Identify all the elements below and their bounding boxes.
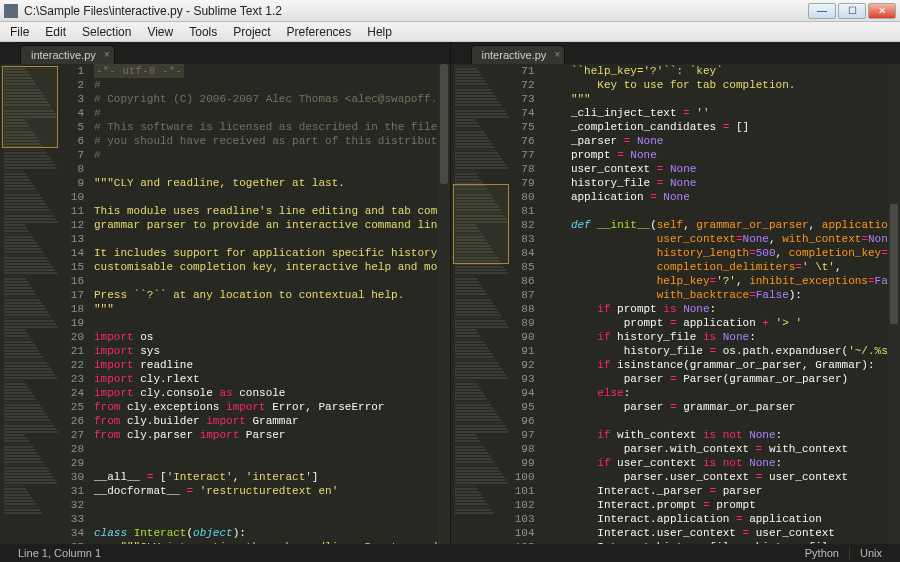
- code-block-right[interactable]: 71 72 73 74 75 76 77 78 79 80 81 82 83 8…: [511, 64, 889, 544]
- app-icon: [4, 4, 18, 18]
- minimize-button[interactable]: —: [808, 3, 836, 19]
- scroll-thumb-right[interactable]: [890, 204, 898, 324]
- menu-view[interactable]: View: [139, 23, 181, 41]
- tab-interactive-left[interactable]: interactive.py ×: [20, 45, 115, 64]
- close-button[interactable]: ✕: [868, 3, 896, 19]
- scroll-thumb-left[interactable]: [440, 64, 448, 184]
- status-line-endings[interactable]: Unix: [849, 547, 892, 559]
- statusbar: Line 1, Column 1 Python Unix: [0, 544, 900, 562]
- tab-interactive-right[interactable]: interactive.py ×: [471, 45, 566, 64]
- tab-label: interactive.py: [31, 49, 96, 61]
- editor-area: interactive.py × 1 2 3 4 5 6 7 8 9 10 11…: [0, 42, 900, 544]
- menu-help[interactable]: Help: [359, 23, 400, 41]
- menubar: File Edit Selection View Tools Project P…: [0, 22, 900, 42]
- menu-file[interactable]: File: [2, 23, 37, 41]
- code-block-left[interactable]: 1 2 3 4 5 6 7 8 9 10 11 12 13 14 15 16 1…: [60, 64, 438, 544]
- close-icon[interactable]: ×: [104, 49, 110, 60]
- window-controls: — ☐ ✕: [808, 3, 896, 19]
- code-right[interactable]: ``help_key='?'``: `key` Key to use for t…: [541, 64, 889, 544]
- window-title: C:\Sample Files\interactive.py - Sublime…: [24, 4, 808, 18]
- minimap-right[interactable]: [451, 64, 511, 544]
- window-titlebar: C:\Sample Files\interactive.py - Sublime…: [0, 0, 900, 22]
- menu-selection[interactable]: Selection: [74, 23, 139, 41]
- code-left[interactable]: -*- utf-8 -*- # # Copyright (C) 2006-200…: [90, 64, 438, 544]
- tab-label: interactive.py: [482, 49, 547, 61]
- code-wrap-left: 1 2 3 4 5 6 7 8 9 10 11 12 13 14 15 16 1…: [0, 64, 450, 544]
- code-wrap-right: 71 72 73 74 75 76 77 78 79 80 81 82 83 8…: [451, 64, 901, 544]
- scrollbar-left[interactable]: [438, 64, 450, 544]
- menu-preferences[interactable]: Preferences: [279, 23, 360, 41]
- status-language[interactable]: Python: [795, 547, 849, 559]
- menu-tools[interactable]: Tools: [181, 23, 225, 41]
- gutter-left: 1 2 3 4 5 6 7 8 9 10 11 12 13 14 15 16 1…: [60, 64, 90, 544]
- maximize-button[interactable]: ☐: [838, 3, 866, 19]
- menu-project[interactable]: Project: [225, 23, 278, 41]
- tabbar-left: interactive.py ×: [0, 42, 450, 64]
- scrollbar-right[interactable]: [888, 64, 900, 544]
- pane-left: interactive.py × 1 2 3 4 5 6 7 8 9 10 11…: [0, 42, 451, 544]
- status-position: Line 1, Column 1: [8, 547, 111, 559]
- menu-edit[interactable]: Edit: [37, 23, 74, 41]
- tabbar-right: interactive.py ×: [451, 42, 901, 64]
- minimap-left[interactable]: [0, 64, 60, 544]
- gutter-right: 71 72 73 74 75 76 77 78 79 80 81 82 83 8…: [511, 64, 541, 544]
- close-icon[interactable]: ×: [554, 49, 560, 60]
- pane-right: interactive.py × 71 72 73 74 75 76 77 78…: [451, 42, 901, 544]
